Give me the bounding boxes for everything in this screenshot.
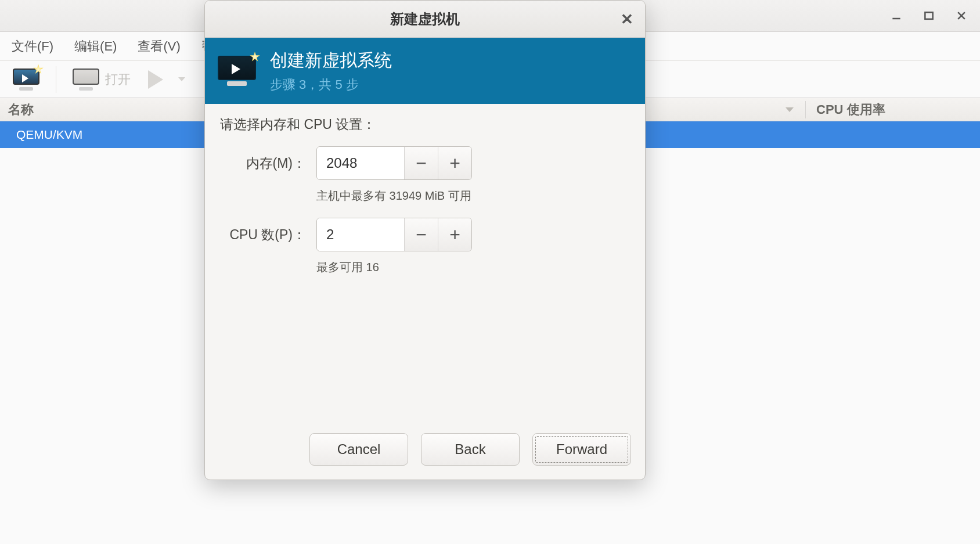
chevron-down-icon xyxy=(178,77,185,81)
menu-file[interactable]: 文件(F) xyxy=(3,34,62,59)
dialog-action-bar: Cancel Back Forward xyxy=(205,423,645,480)
create-vm-icon xyxy=(218,56,256,86)
cancel-button[interactable]: Cancel xyxy=(309,433,408,466)
memory-label: 内存(M)： xyxy=(225,154,306,172)
column-header-name-label: 名称 xyxy=(8,101,34,118)
window-minimize-button[interactable] xyxy=(888,8,905,24)
memory-cpu-form: 内存(M)： − + 主机中最多有 31949 MiB 可用 CPU 数(P)：… xyxy=(225,146,630,283)
memory-input[interactable] xyxy=(317,147,404,179)
banner-heading: 创建新虚拟系统 xyxy=(270,49,392,73)
cpu-spinbox: − + xyxy=(316,218,472,251)
back-button[interactable]: Back xyxy=(421,433,520,466)
menu-view[interactable]: 查看(V) xyxy=(129,34,188,59)
memory-spinbox: − + xyxy=(316,146,472,180)
svg-rect-1 xyxy=(925,12,932,19)
new-vm-icon xyxy=(13,69,39,91)
memory-decrement-button[interactable]: − xyxy=(404,147,438,179)
dialog-titlebar[interactable]: 新建虚拟机 ✕ xyxy=(205,1,645,38)
forward-button[interactable]: Forward xyxy=(532,433,631,466)
banner-step: 步骤 3，共 5 步 xyxy=(270,76,392,93)
dialog-banner: 创建新虚拟系统 步骤 3，共 5 步 xyxy=(205,38,645,104)
memory-hint: 主机中最多有 31949 MiB 可用 xyxy=(316,188,630,204)
shutdown-menu-button[interactable] xyxy=(174,65,192,94)
cpu-input[interactable] xyxy=(317,218,404,251)
cpu-hint: 最多可用 16 xyxy=(316,260,630,275)
dialog-body: 请选择内存和 CPU 设置： 内存(M)： − + 主机中最多有 31949 M… xyxy=(205,104,645,423)
sort-desc-icon xyxy=(786,107,794,112)
toolbar-separator xyxy=(56,66,56,93)
dialog-close-button[interactable]: ✕ xyxy=(621,10,633,28)
column-header-cpu[interactable]: CPU 使用率 xyxy=(806,101,980,118)
play-icon xyxy=(148,70,163,89)
open-vm-label: 打开 xyxy=(105,71,131,88)
cpu-increment-button[interactable]: + xyxy=(438,218,471,251)
dialog-title-text: 新建虚拟机 xyxy=(390,10,460,28)
run-vm-button[interactable] xyxy=(141,65,170,94)
menu-edit[interactable]: 编辑(E) xyxy=(66,34,125,59)
open-vm-button[interactable]: 打开 xyxy=(66,65,138,94)
console-icon xyxy=(73,69,99,91)
new-vm-dialog: 新建虚拟机 ✕ 创建新虚拟系统 步骤 3，共 5 步 请选择内存和 CPU 设置… xyxy=(204,0,646,480)
cpu-label: CPU 数(P)： xyxy=(225,226,306,244)
window-maximize-button[interactable] xyxy=(921,8,937,24)
new-vm-button[interactable] xyxy=(6,65,46,94)
window-close-button[interactable] xyxy=(953,8,970,24)
memory-increment-button[interactable]: + xyxy=(438,147,471,179)
dialog-instruction: 请选择内存和 CPU 设置： xyxy=(220,116,630,134)
cpu-decrement-button[interactable]: − xyxy=(404,218,438,251)
